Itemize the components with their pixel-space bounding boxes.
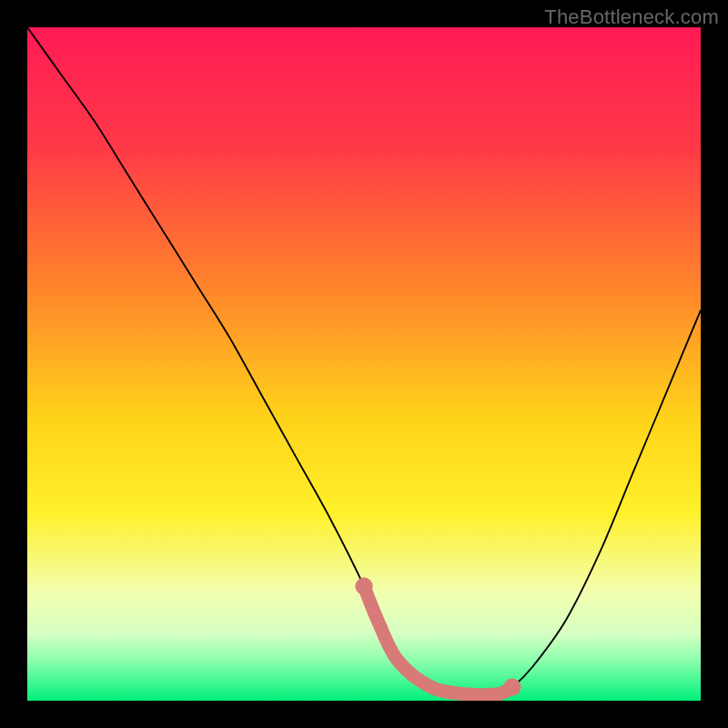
watermark-text: TheBottleneck.com [544,5,719,29]
chart-frame: TheBottleneck.com [0,0,728,728]
bottleneck-plot [27,27,701,701]
highlight-start-dot [355,578,372,595]
highlight-end-dot [503,679,521,696]
chart-svg [27,27,701,701]
